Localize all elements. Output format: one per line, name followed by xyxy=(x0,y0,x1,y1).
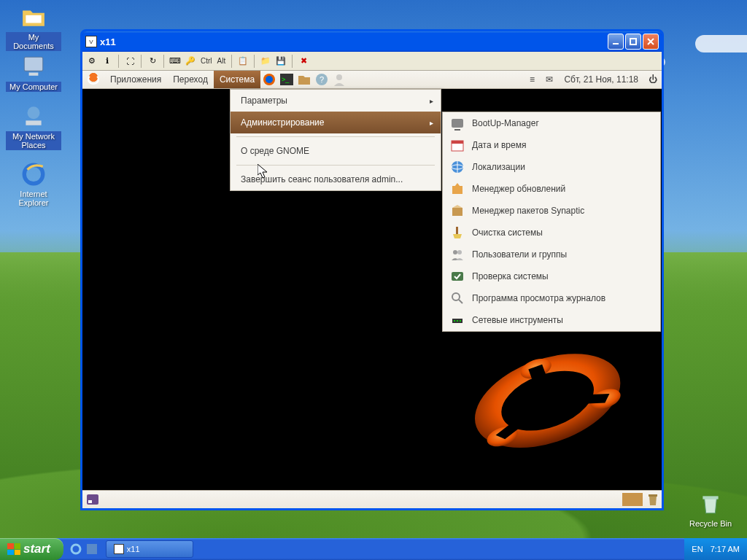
maximize-button[interactable] xyxy=(625,34,641,50)
terminal-icon[interactable]: >_ xyxy=(279,73,294,86)
users-icon xyxy=(450,247,465,262)
close-button[interactable] xyxy=(643,34,659,50)
ql-ie-icon[interactable] xyxy=(69,542,82,556)
svg-rect-40 xyxy=(88,500,92,503)
submenu-date-time[interactable]: Дата и время xyxy=(443,134,660,156)
menu-applications[interactable]: Приложения xyxy=(104,71,167,88)
svg-rect-29 xyxy=(452,208,462,216)
svg-point-14 xyxy=(336,74,342,80)
submenu-label: BootUp-Manager xyxy=(472,118,538,128)
trash-panel-icon[interactable] xyxy=(646,493,660,506)
x11-window: V x11 ⚙ ℹ ⛶ ↻ ⌨ 🔑 Ctrl Alt 📋 📁 💾 ✖ Прило… xyxy=(80,29,664,510)
window-title: x11 xyxy=(100,36,608,47)
menu-system[interactable]: Система xyxy=(214,71,260,88)
submenu-network-tools[interactable]: Сетевые инструменты xyxy=(443,309,660,331)
toolbar-ctrl-key[interactable]: Ctrl xyxy=(199,57,214,65)
toolbar-ctrlaltdel-icon[interactable]: ⌨ xyxy=(169,55,182,68)
ubuntu-logo-icon[interactable] xyxy=(85,72,101,87)
submenu-localizations[interactable]: Локализации xyxy=(443,156,660,178)
toolbar-fullscreen-icon[interactable]: ⛶ xyxy=(123,55,136,68)
show-desktop-icon[interactable] xyxy=(85,493,100,506)
submenu-log-viewer[interactable]: Программа просмотра журналов xyxy=(443,287,660,309)
submenu-bootup-manager[interactable]: BootUp-Manager xyxy=(443,112,660,134)
submenu-update-manager[interactable]: Менеджер обновлений xyxy=(443,178,660,200)
svg-point-31 xyxy=(453,250,457,254)
broom-icon xyxy=(450,225,465,240)
menu-item-label: Завершить сеанс пользователя admin... xyxy=(241,174,403,184)
icon-label: My Network Places xyxy=(6,131,61,150)
menu-item-label: О среде GNOME xyxy=(241,146,309,156)
ubuntu-wallpaper-logo xyxy=(457,348,647,479)
svg-rect-3 xyxy=(26,120,41,125)
workspace-switcher[interactable] xyxy=(622,493,643,506)
start-button[interactable]: start xyxy=(0,538,63,560)
toolbar-send-keys-icon[interactable]: 🔑 xyxy=(184,55,197,68)
ql-show-desktop-icon[interactable] xyxy=(85,542,98,556)
menu-item-preferences[interactable]: Параметры ▸ xyxy=(231,90,441,112)
svg-point-42 xyxy=(71,545,80,553)
shutdown-icon[interactable]: ⏻ xyxy=(646,73,660,86)
icon-internet-explorer[interactable]: Internet Explorer xyxy=(6,162,61,207)
file-manager-icon[interactable] xyxy=(297,73,311,86)
submenu-arrow-icon: ▸ xyxy=(430,119,433,127)
toolbar-save-icon[interactable]: 💾 xyxy=(274,55,287,68)
toolbar-refresh-icon[interactable]: ↻ xyxy=(146,55,159,68)
menu-separator xyxy=(236,165,435,166)
mail-icon[interactable]: ✉ xyxy=(542,73,557,86)
help-icon[interactable]: ? xyxy=(314,73,329,86)
toolbar-options-icon[interactable]: ⚙ xyxy=(85,55,98,68)
vnc-icon: V xyxy=(114,544,124,554)
menu-places[interactable]: Переход xyxy=(167,71,214,88)
taskbar-item-label: x11 xyxy=(127,545,140,553)
tray-language[interactable]: EN xyxy=(692,545,703,553)
taskbar-item-x11[interactable]: V x11 xyxy=(106,540,193,558)
icon-recycle-bin[interactable]: Recycle Bin xyxy=(683,491,738,528)
minimize-button[interactable] xyxy=(608,34,624,50)
quick-launch xyxy=(63,542,104,556)
network-status-icon[interactable]: ≡ xyxy=(525,73,539,86)
menu-item-label: Параметры xyxy=(241,96,287,106)
icon-my-documents[interactable]: My Documents xyxy=(6,4,61,51)
panel-clock[interactable]: Сбт, 21 Ноя, 11:18 xyxy=(558,74,644,85)
menu-item-logout[interactable]: Завершить сеанс пользователя admin... xyxy=(231,168,441,190)
svg-text:?: ? xyxy=(320,75,324,84)
svg-rect-7 xyxy=(630,39,636,44)
tray-clock[interactable]: 7:17 AM xyxy=(711,545,740,553)
xp-taskbar: start V x11 EN 7:17 AM xyxy=(0,538,747,560)
submenu-label: Локализации xyxy=(472,162,525,172)
titlebar[interactable]: V x11 xyxy=(82,31,662,52)
svg-text:>_: >_ xyxy=(282,76,290,83)
toolbar-file-transfer-icon[interactable]: 📁 xyxy=(259,55,272,68)
svg-point-32 xyxy=(457,250,462,254)
submenu-label: Менеджер пакетов Synaptic xyxy=(472,206,584,216)
user-icon[interactable] xyxy=(332,73,347,86)
svg-point-36 xyxy=(454,320,455,322)
icon-my-network-places[interactable]: My Network Places xyxy=(6,104,61,150)
submenu-label: Очистка системы xyxy=(472,228,543,238)
icon-my-computer[interactable]: My Computer xyxy=(6,54,61,92)
svg-point-9 xyxy=(266,76,273,83)
submenu-synaptic[interactable]: Менеджер пакетов Synaptic xyxy=(443,200,660,222)
menu-item-about-gnome[interactable]: О среде GNOME xyxy=(231,140,441,162)
menu-item-administration[interactable]: Администрирование ▸ xyxy=(231,112,441,133)
firefox-icon[interactable] xyxy=(262,73,276,86)
toolbar-info-icon[interactable]: ℹ xyxy=(101,55,114,68)
calendar-icon xyxy=(450,138,465,152)
computer-icon xyxy=(21,54,46,79)
toolbar-alt-key[interactable]: Alt xyxy=(216,57,228,65)
menu-item-label: Администрирование xyxy=(241,117,324,128)
submenu-system-testing[interactable]: Проверка системы xyxy=(443,265,660,287)
recycle-bin-icon xyxy=(698,491,723,516)
svg-point-34 xyxy=(452,293,460,300)
svg-rect-43 xyxy=(87,544,97,554)
system-menu-dropdown: Параметры ▸ Администрирование ▸ О среде … xyxy=(230,89,441,191)
toolbar-clipboard-icon[interactable]: 📋 xyxy=(236,55,249,68)
svg-point-37 xyxy=(457,320,458,322)
gnome-bottom-panel xyxy=(82,490,662,508)
submenu-users-groups[interactable]: Пользователи и группы xyxy=(443,244,660,265)
submenu-arrow-icon: ▸ xyxy=(430,97,433,105)
submenu-system-cleanup[interactable]: Очистка системы xyxy=(443,222,660,244)
svg-rect-23 xyxy=(454,129,460,131)
magnifier-icon xyxy=(450,291,465,306)
toolbar-disconnect-icon[interactable]: ✖ xyxy=(297,55,310,68)
